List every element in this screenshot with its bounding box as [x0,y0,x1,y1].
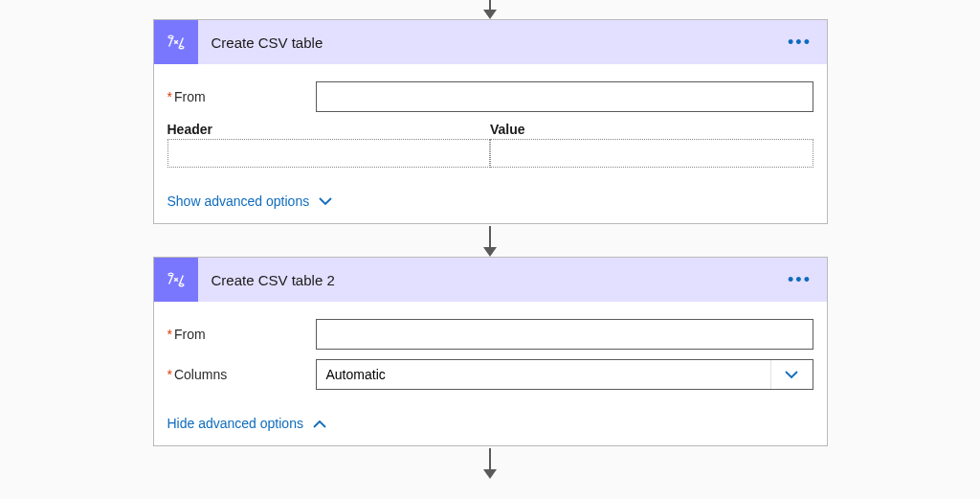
card-title: Create CSV table [212,34,781,51]
advanced-options-label: Hide advanced options [167,416,303,431]
card-title: Create CSV table 2 [212,272,781,288]
card-header[interactable]: Create CSV table ••• [154,20,827,64]
more-options-icon[interactable]: ••• [781,33,819,53]
header-col-label: Header [167,122,491,139]
columns-value: Automatic [326,367,386,382]
columns-dropdown[interactable]: Automatic [316,359,813,390]
from-input[interactable] [316,319,813,350]
chevron-up-icon [313,420,326,428]
columns-label: *Columns [167,367,316,382]
more-options-icon[interactable]: ••• [781,270,819,290]
card-body: *From Header Value Show advanced options [154,64,827,223]
chevron-down-icon [319,197,332,206]
columns-table-header: Header Value [167,122,813,139]
action-card-create-csv-table-2: Create CSV table 2 ••• *From *Columns Au… [153,257,828,446]
data-operation-icon [154,258,198,302]
field-row-columns: *Columns Automatic [167,359,813,390]
card-header[interactable]: Create CSV table 2 ••• [154,258,827,302]
action-card-create-csv-table: Create CSV table ••• *From Header Value … [153,19,828,224]
show-advanced-options-toggle[interactable]: Show advanced options [167,193,333,209]
value-col-label: Value [490,122,813,139]
chevron-down-icon [770,360,813,389]
field-row-from: *From [167,319,813,350]
from-label: *From [167,89,316,104]
flow-arrow [489,448,491,477]
value-cell-input[interactable] [490,139,813,168]
hide-advanced-options-toggle[interactable]: Hide advanced options [167,416,326,431]
data-operation-icon [154,20,198,64]
from-input[interactable] [316,81,813,112]
card-body: *From *Columns Automatic [154,302,827,445]
header-cell-input[interactable] [167,139,491,168]
flow-arrow [489,226,491,255]
advanced-options-label: Show advanced options [167,193,310,209]
columns-table-row [167,139,813,168]
flow-arrow [489,0,491,17]
field-row-from: *From [167,81,813,112]
from-label: *From [167,327,316,342]
